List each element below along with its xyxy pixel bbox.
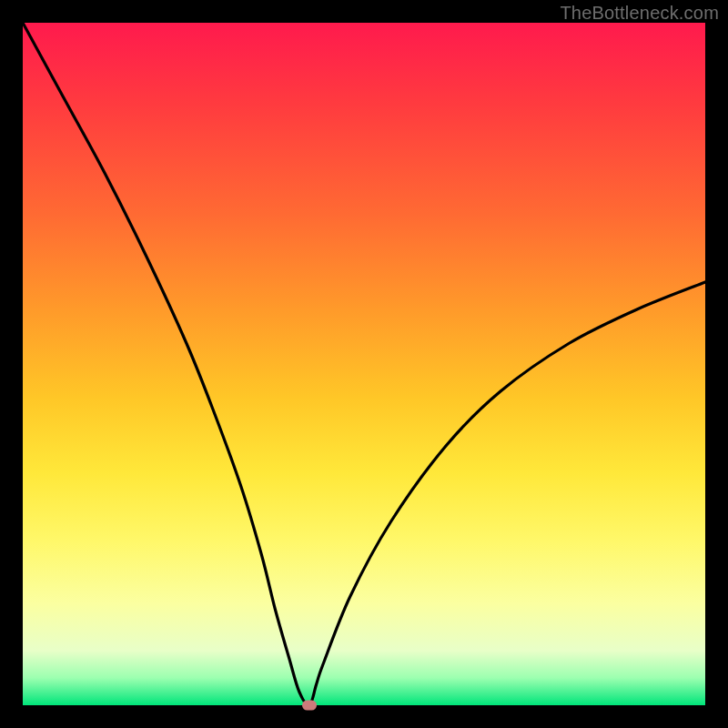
watermark-text: TheBottleneck.com: [560, 3, 719, 24]
bottleneck-curve: [23, 23, 705, 705]
curve-svg: [23, 23, 705, 705]
plot-area: [23, 23, 705, 705]
chart-frame: TheBottleneck.com: [0, 0, 728, 728]
optimal-point-marker: [302, 701, 317, 711]
